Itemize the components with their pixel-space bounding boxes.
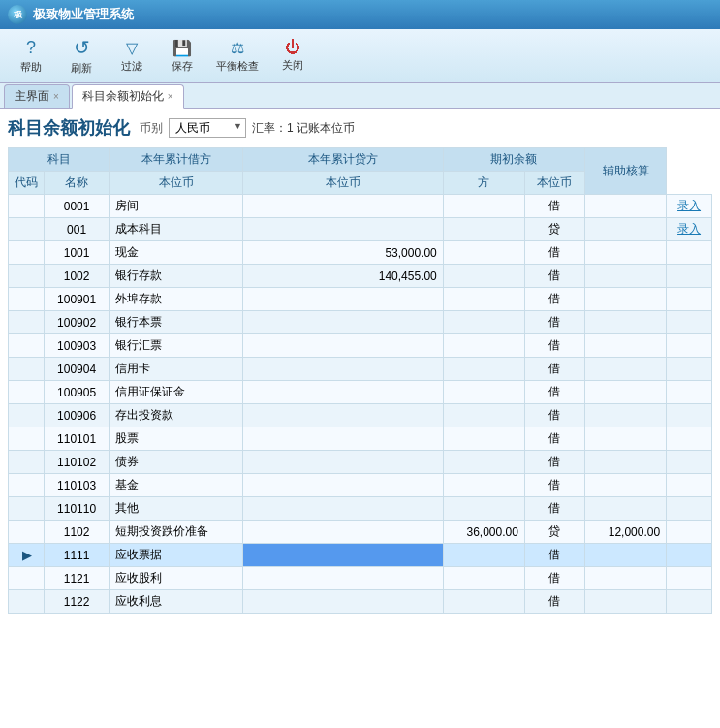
row-code: 1121 bbox=[45, 567, 110, 590]
row-direction: 贷 bbox=[524, 521, 584, 544]
row-amount bbox=[584, 218, 666, 241]
col-name: 名称 bbox=[45, 172, 110, 195]
row-indicator-cell bbox=[9, 521, 45, 544]
refresh-button[interactable]: ↺ 刷新 bbox=[58, 33, 105, 79]
row-aux bbox=[667, 451, 712, 474]
row-amount bbox=[584, 241, 666, 265]
tab-init-close[interactable]: × bbox=[168, 91, 173, 102]
table-row[interactable]: 110101股票借 bbox=[9, 427, 712, 451]
row-aux bbox=[667, 427, 712, 451]
table-row[interactable]: 001成本科目贷录入 bbox=[9, 218, 712, 241]
row-name: 现金 bbox=[110, 241, 243, 265]
row-code: 110102 bbox=[45, 451, 110, 474]
row-name: 短期投资跌价准备 bbox=[110, 521, 243, 544]
row-indicator-cell bbox=[9, 381, 45, 404]
page-title: 科目余额初始化 bbox=[8, 116, 130, 140]
row-indicator-cell bbox=[9, 358, 45, 381]
row-aux bbox=[667, 265, 712, 288]
close-button[interactable]: ⏻ 关闭 bbox=[269, 33, 316, 79]
table-row[interactable]: 100904信用卡借 bbox=[9, 358, 712, 381]
balance-check-button[interactable]: ⚖ 平衡检查 bbox=[209, 33, 266, 79]
main-content: 科目余额初始化 币别 人民币 ▼ 汇率：1 记账本位币 科目 本年累计借方 本年… bbox=[0, 109, 720, 728]
title-bar: 极 极致物业管理系统 bbox=[0, 0, 720, 29]
table-wrapper[interactable]: 科目 本年累计借方 本年累计贷方 期初余额 辅助核算 代码 名称 本位币 本位币… bbox=[8, 147, 712, 614]
tab-main[interactable]: 主界面 × bbox=[4, 84, 70, 108]
row-credit bbox=[443, 404, 524, 427]
row-debit bbox=[243, 195, 444, 218]
table-row[interactable]: 110110其他借 bbox=[9, 497, 712, 521]
row-debit bbox=[243, 474, 444, 497]
row-amount bbox=[584, 265, 666, 288]
row-direction: 借 bbox=[524, 404, 584, 427]
row-credit bbox=[443, 474, 524, 497]
col-debit: 本年累计借方 bbox=[110, 148, 243, 172]
tab-init-label: 科目余额初始化 bbox=[82, 88, 164, 105]
row-direction: 借 bbox=[524, 497, 584, 521]
table-row[interactable]: 1121应收股利借 bbox=[9, 567, 712, 590]
filter-button[interactable]: ▽ 过滤 bbox=[109, 33, 155, 79]
row-aux bbox=[667, 311, 712, 334]
row-amount bbox=[584, 567, 666, 590]
row-name: 存出投资款 bbox=[110, 404, 243, 427]
aux-link[interactable]: 录入 bbox=[677, 222, 701, 236]
currency-select[interactable]: 人民币 bbox=[169, 118, 246, 138]
debit-input[interactable] bbox=[249, 549, 437, 562]
app-title: 极致物业管理系统 bbox=[33, 6, 134, 23]
tab-main-close[interactable]: × bbox=[53, 91, 59, 102]
row-aux bbox=[667, 404, 712, 427]
row-name: 信用证保证金 bbox=[110, 381, 243, 404]
row-debit bbox=[243, 358, 444, 381]
row-indicator-cell: ▶ bbox=[9, 544, 45, 567]
row-name: 债券 bbox=[110, 451, 243, 474]
table-row[interactable]: 1122应收利息借 bbox=[9, 590, 712, 614]
table-row[interactable]: 0001房间借录入 bbox=[9, 195, 712, 218]
table-row[interactable]: 110102债券借 bbox=[9, 451, 712, 474]
row-indicator-cell bbox=[9, 590, 45, 614]
data-table: 科目 本年累计借方 本年累计贷方 期初余额 辅助核算 代码 名称 本位币 本位币… bbox=[8, 147, 712, 614]
row-debit bbox=[243, 427, 444, 451]
table-row[interactable]: 1102短期投资跌价准备36,000.00贷12,000.00 bbox=[9, 521, 712, 544]
table-row[interactable]: 100905信用证保证金借 bbox=[9, 381, 712, 404]
row-name: 应收利息 bbox=[110, 590, 243, 614]
row-amount bbox=[584, 497, 666, 521]
row-indicator-cell bbox=[9, 474, 45, 497]
row-amount bbox=[584, 474, 666, 497]
col-amount: 本位币 bbox=[524, 172, 584, 195]
help-button[interactable]: ? 帮助 bbox=[8, 33, 54, 79]
table-row[interactable]: 100903银行汇票借 bbox=[9, 334, 712, 358]
row-credit bbox=[443, 265, 524, 288]
table-row[interactable]: 1001现金53,000.00借 bbox=[9, 241, 712, 265]
row-direction: 借 bbox=[524, 474, 584, 497]
table-row[interactable]: 110103基金借 bbox=[9, 474, 712, 497]
row-aux[interactable]: 录入 bbox=[667, 218, 712, 241]
currency-label: 币别 bbox=[140, 120, 163, 137]
row-direction: 借 bbox=[524, 265, 584, 288]
row-debit bbox=[243, 451, 444, 474]
row-debit[interactable] bbox=[243, 544, 444, 567]
aux-link[interactable]: 录入 bbox=[677, 199, 701, 212]
row-direction: 借 bbox=[524, 195, 584, 218]
table-row[interactable]: 100906存出投资款借 bbox=[9, 404, 712, 427]
table-row[interactable]: 100901外埠存款借 bbox=[9, 288, 712, 311]
row-name: 应收股利 bbox=[110, 567, 243, 590]
save-button[interactable]: 💾 保存 bbox=[159, 33, 205, 79]
row-debit bbox=[243, 404, 444, 427]
row-aux[interactable]: 录入 bbox=[667, 195, 712, 218]
table-row[interactable]: ▶1111应收票据借 bbox=[9, 544, 712, 567]
row-debit bbox=[243, 521, 444, 544]
row-name: 房间 bbox=[110, 195, 243, 218]
row-aux bbox=[667, 381, 712, 404]
row-name: 基金 bbox=[110, 474, 243, 497]
tab-init[interactable]: 科目余额初始化 × bbox=[72, 84, 184, 109]
table-row[interactable]: 1002银行存款140,455.00借 bbox=[9, 265, 712, 288]
row-amount bbox=[584, 195, 666, 218]
table-row[interactable]: 100902银行本票借 bbox=[9, 311, 712, 334]
row-code: 1122 bbox=[45, 590, 110, 614]
row-aux bbox=[667, 521, 712, 544]
row-direction: 借 bbox=[524, 381, 584, 404]
row-amount: 12,000.00 bbox=[584, 521, 666, 544]
row-debit: 53,000.00 bbox=[243, 241, 444, 265]
row-credit bbox=[443, 544, 524, 567]
currency-info: 汇率：1 记账本位币 bbox=[252, 120, 355, 137]
row-direction: 借 bbox=[524, 544, 584, 567]
